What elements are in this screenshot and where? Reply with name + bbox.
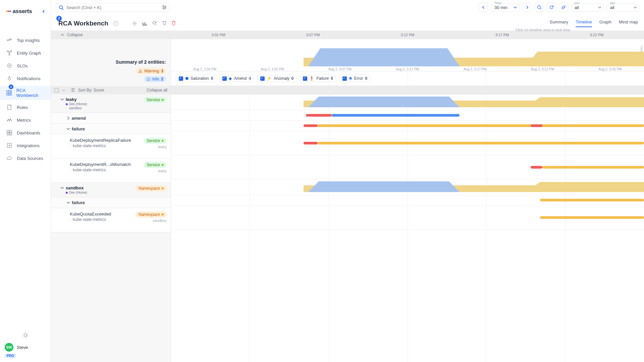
- filter-anomaly[interactable]: ⚡Anomaly0: [257, 75, 297, 82]
- namespace-chip: Namespace: [136, 212, 167, 218]
- topbar: Time 30 min envall siteall: [51, 0, 644, 15]
- category-failure[interactable]: failure: [51, 197, 171, 208]
- filter-saturation[interactable]: ⬢Saturation0: [176, 75, 216, 82]
- nav-label: Metrics: [17, 118, 31, 123]
- theme-toggle[interactable]: [22, 332, 29, 338]
- site-select[interactable]: siteall: [606, 4, 639, 11]
- overview-chart[interactable]: Asserts Score Aug 2, 2:58 PMAug 2, 3:02 …: [171, 39, 644, 71]
- refresh-button[interactable]: [547, 3, 556, 12]
- select-all-checkbox[interactable]: [54, 88, 59, 93]
- collapse-all-button[interactable]: Collapse all: [147, 88, 167, 93]
- nav-top-insights[interactable]: Top insights: [0, 35, 51, 46]
- nav-label: Integrations: [17, 143, 40, 148]
- search-box[interactable]: [56, 3, 170, 12]
- track-leaky[interactable]: [171, 95, 644, 110]
- svg-point-15: [165, 7, 166, 8]
- chevron-up-icon[interactable]: [60, 33, 64, 37]
- graph-icon: [6, 50, 13, 56]
- entity-row-sandbox[interactable]: sandbox Dev (Home) Namespace: [51, 183, 171, 197]
- svg-point-12: [24, 334, 27, 337]
- svg-rect-9: [7, 133, 9, 135]
- delete-icon[interactable]: [171, 21, 176, 26]
- time-value: 30 min: [494, 5, 507, 10]
- service-chip: Service: [144, 138, 167, 144]
- sidebar-collapse-button[interactable]: [41, 8, 47, 14]
- search-icon: [59, 5, 64, 10]
- env-select[interactable]: envall: [571, 4, 604, 11]
- link-button[interactable]: [559, 3, 568, 12]
- alert-row[interactable]: KubeDeploymentR...sMismatch›kube-state-m…: [51, 159, 171, 183]
- svg-rect-6: [8, 105, 11, 110]
- alert-row[interactable]: KubeDeploymentReplicaFailure›kube-state-…: [51, 134, 171, 159]
- tab-timeline[interactable]: Timeline: [576, 19, 592, 27]
- filter-failure[interactable]: ❗Failure5: [300, 75, 336, 82]
- zoom-button[interactable]: [535, 3, 544, 12]
- chevron-down-icon[interactable]: [60, 186, 66, 190]
- filter-error[interactable]: ✖Error0: [339, 75, 370, 82]
- nav-slos[interactable]: SLOs: [0, 60, 51, 71]
- nav-notifications[interactable]: Notifications: [0, 73, 51, 84]
- grid-icon: [6, 89, 12, 96]
- track-failure[interactable]: [171, 195, 644, 205]
- track-failure[interactable]: [171, 121, 644, 131]
- user-name: Steve: [17, 345, 28, 350]
- chevron-down-icon[interactable]: [60, 98, 66, 101]
- svg-point-23: [153, 21, 155, 24]
- svg-point-2: [9, 54, 10, 55]
- inspect-icon[interactable]: [152, 21, 157, 26]
- view-tabs: Summary Timeline Graph Mind map: [550, 19, 638, 27]
- nav-entity-graph[interactable]: Entity Graph: [0, 48, 51, 58]
- sort-label[interactable]: Sort By: Score: [78, 88, 104, 93]
- sort-row: ☰ Sort By: Score Collapse all: [51, 86, 171, 94]
- svg-rect-20: [143, 23, 144, 25]
- plan-badge: PRO: [5, 354, 16, 358]
- sort-icon[interactable]: ☰: [71, 88, 75, 93]
- user-menu[interactable]: SW Steve: [5, 343, 46, 352]
- tab-graph[interactable]: Graph: [599, 19, 611, 27]
- info-pill[interactable]: Info2: [144, 76, 166, 82]
- nav-rca-workbench[interactable]: 2RCA Workbench: [0, 86, 51, 100]
- svg-point-3: [7, 64, 11, 68]
- track-sandbox[interactable]: [171, 179, 644, 195]
- nav-dashboards[interactable]: Dashboards: [0, 127, 51, 138]
- nav-rules[interactable]: Rules: [0, 102, 51, 113]
- search-input[interactable]: [66, 5, 159, 10]
- svg-point-13: [59, 5, 62, 8]
- avatar: SW: [5, 343, 13, 352]
- filter-icon[interactable]: [162, 21, 167, 26]
- nav-badge: 2: [9, 84, 13, 89]
- tab-summary[interactable]: Summary: [550, 19, 569, 27]
- track-amend[interactable]: [171, 110, 644, 121]
- nav-metrics[interactable]: Metrics: [0, 115, 51, 125]
- settings-icon[interactable]: [132, 21, 137, 26]
- warning-pill[interactable]: Warning3: [136, 68, 166, 74]
- nav-data-sources[interactable]: Data Sources: [0, 153, 51, 164]
- collapse-label[interactable]: Collapse: [67, 33, 83, 37]
- timeline-panel[interactable]: Asserts Score Aug 2, 2:58 PMAug 2, 3:02 …: [171, 39, 644, 362]
- tab-mindmap[interactable]: Mind map: [619, 19, 638, 27]
- category-failure[interactable]: failure: [51, 124, 171, 134]
- time-next-button[interactable]: [523, 3, 532, 12]
- help-icon[interactable]: [113, 21, 118, 26]
- category-amend[interactable]: amend: [51, 113, 171, 124]
- svg-point-18: [113, 21, 118, 26]
- service-chip: Service: [144, 97, 167, 103]
- chart-icon[interactable]: [142, 21, 147, 26]
- time-range-select[interactable]: Time 30 min: [491, 4, 520, 11]
- alert-row[interactable]: KubeQuotaExceeded›kube-state-metrics Nam…: [51, 208, 171, 232]
- track-alert[interactable]: [171, 205, 644, 230]
- brand-logo: ••• asserts: [6, 8, 32, 15]
- filter-amend[interactable]: ◆Amend4: [219, 75, 254, 82]
- entity-row-leaky[interactable]: leaky Dev (Home) sandbox Service: [51, 94, 171, 113]
- sliders-icon[interactable]: [162, 5, 167, 10]
- target-icon: [6, 62, 13, 69]
- svg-rect-7: [7, 130, 9, 132]
- svg-point-16: [163, 8, 164, 9]
- nav-integrations[interactable]: Integrations: [0, 140, 51, 151]
- track-alert[interactable]: [171, 155, 644, 179]
- chevron-down-icon: [514, 6, 517, 9]
- chevron-down-icon[interactable]: [62, 89, 65, 92]
- track-alert[interactable]: [171, 131, 644, 155]
- time-prev-button[interactable]: [479, 3, 488, 12]
- page-header: 2 RCA Workbench Summary Timeline Graph M…: [51, 15, 644, 31]
